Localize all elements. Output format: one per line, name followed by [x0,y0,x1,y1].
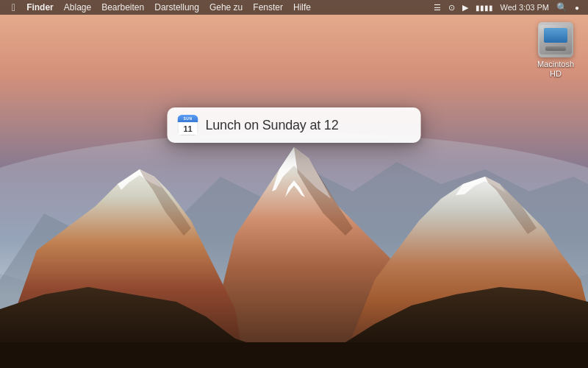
hd-icon-shape [539,25,572,54]
desktop:  Finder Ablage Bearbeiten Darstellung G… [0,0,588,368]
clock[interactable]: Wed 3:03 PM [498,0,552,15]
spotlight-text: Lunch on Sunday at 12 [206,118,339,133]
menubar-darstellung[interactable]: Darstellung [149,0,204,15]
spotlight-bar[interactable]: SUN 11 Lunch on Sunday at 12 [168,107,421,143]
apple-menu[interactable]:  [6,0,21,15]
hd-icon-label: Macintosh HD [531,60,581,79]
menubar-bearbeiten[interactable]: Bearbeiten [96,0,149,15]
svg-marker-10 [294,147,353,236]
svg-marker-3 [206,147,441,353]
svg-marker-7 [118,169,162,190]
menubar-hilfe[interactable]: Hilfe [288,0,316,15]
svg-rect-0 [0,0,588,368]
siri-icon[interactable]: ● [572,0,582,15]
svg-marker-2 [0,162,588,368]
cal-header: SUN [178,115,198,122]
menubar-finder[interactable]: Finder [21,0,59,15]
svg-marker-5 [285,180,305,197]
search-icon[interactable]: 🔍 [553,0,570,15]
macintosh-hd-icon[interactable]: Macintosh HD [531,22,581,79]
menubar-right: ☰ ⊙ ▶ ▮▮▮▮ Wed 3:03 PM 🔍 ● [431,0,583,15]
menubar-left:  Finder Ablage Bearbeiten Darstellung G… [6,0,316,15]
hd-icon-image [538,22,573,57]
svg-rect-15 [0,342,588,368]
volume-icon[interactable]: ▶ [459,0,471,15]
svg-marker-14 [323,287,588,353]
svg-marker-8 [345,177,588,353]
menubar-gehe-zu[interactable]: Gehe zu [204,0,248,15]
wifi-icon[interactable]: ⊙ [445,0,458,15]
menubar-ablage[interactable]: Ablage [59,0,96,15]
svg-marker-13 [0,287,279,353]
menubar:  Finder Ablage Bearbeiten Darstellung G… [0,0,588,15]
cal-body: 11 [178,122,198,135]
svg-marker-9 [456,177,506,195]
svg-point-1 [0,132,588,309]
svg-marker-4 [272,147,331,199]
menubar-fenster[interactable]: Fenster [248,0,288,15]
svg-marker-6 [0,169,243,353]
svg-marker-12 [485,177,537,234]
notification-center-icon[interactable]: ☰ [431,0,444,15]
svg-marker-11 [140,169,191,236]
calendar-icon: SUN 11 [178,115,198,135]
battery-icon[interactable]: ▮▮▮▮ [473,0,496,15]
